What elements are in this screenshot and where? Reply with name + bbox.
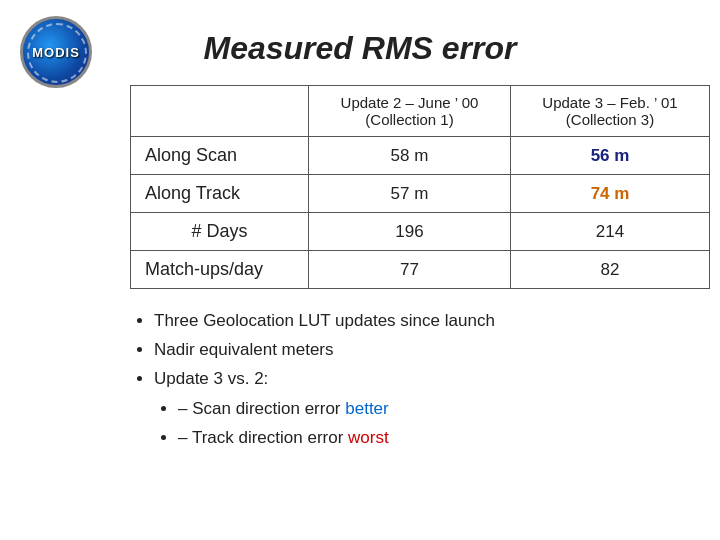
bullet-1: Three Geolocation LUT updates since laun… (154, 307, 495, 334)
table-cell-col2: 58 m (309, 137, 511, 175)
table-cell-col2: 57 m (309, 175, 511, 213)
logo: MODIS (20, 16, 100, 96)
col1-header (131, 86, 309, 137)
table-header-row: Update 2 – June ’ 00 (Collection 1) Upda… (131, 86, 710, 137)
page-title: Measured RMS error (40, 30, 680, 67)
table-cell-label: Along Scan (131, 137, 309, 175)
data-table: Update 2 – June ’ 00 (Collection 1) Upda… (130, 85, 710, 289)
table-row: # Days196214 (131, 213, 710, 251)
table-cell-col3: 56 m (511, 137, 710, 175)
sub-bullet-1: Scan direction error better (178, 395, 495, 422)
table-cell-label: # Days (131, 213, 309, 251)
sub-bullet-2: Track direction error worst (178, 424, 495, 451)
title-text: Measured RMS error (40, 30, 680, 67)
col3-header: Update 3 – Feb. ’ 01 (Collection 3) (511, 86, 710, 137)
table-cell-col3: 82 (511, 251, 710, 289)
data-table-wrapper: Update 2 – June ’ 00 (Collection 1) Upda… (130, 85, 710, 289)
table-cell-col3: 74 m (511, 175, 710, 213)
table-cell-col2: 196 (309, 213, 511, 251)
table-row: Along Track57 m74 m (131, 175, 710, 213)
col2-header: Update 2 – June ’ 00 (Collection 1) (309, 86, 511, 137)
logo-text: MODIS (32, 45, 80, 60)
table-row: Along Scan58 m56 m (131, 137, 710, 175)
page: MODIS Measured RMS error Update 2 – June… (0, 0, 720, 540)
table-cell-label: Along Track (131, 175, 309, 213)
bullet-2: Nadir equivalent meters (154, 336, 495, 363)
table-cell-col2: 77 (309, 251, 511, 289)
table-row: Match-ups/day7782 (131, 251, 710, 289)
table-cell-col3: 214 (511, 213, 710, 251)
bullet-list: Three Geolocation LUT updates since laun… (130, 307, 495, 453)
table-body: Along Scan58 m56 mAlong Track57 m74 m# D… (131, 137, 710, 289)
table-cell-label: Match-ups/day (131, 251, 309, 289)
bullet-3: Update 3 vs. 2: Scan direction error bet… (154, 365, 495, 451)
